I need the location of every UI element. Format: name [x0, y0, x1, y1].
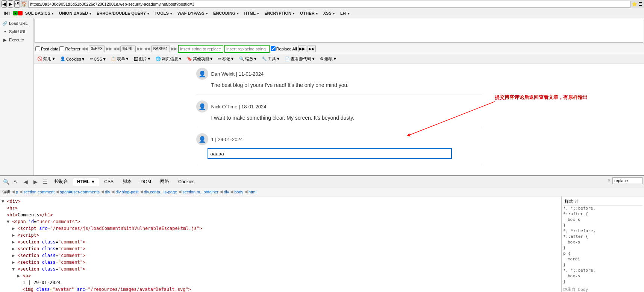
replace-far-right-btn[interactable]: ▶▶: [308, 46, 316, 52]
html-tree-panel: ▼ <div> <hr> <h1>Comments</h1> ▼ <span i…: [0, 196, 561, 292]
breadcrumb-div-conta[interactable]: div.conta...is-page: [144, 190, 177, 194]
nav-reload-button[interactable]: ↺: [14, 0, 20, 8]
tree-node-section-5[interactable]: ▼ <section class="comment">: [2, 266, 560, 272]
breadcrumb-body[interactable]: body: [234, 190, 243, 194]
cn-css[interactable]: ✏ CSS▼: [88, 56, 109, 62]
avatar-3: 👤: [196, 133, 208, 145]
browser-nav-row: ◀ ▶ ↺ 🏠 ⭐ ☰: [0, 0, 644, 8]
menu-xss[interactable]: XSS: [321, 10, 338, 16]
cn-cookies[interactable]: 👤 Cookies▼: [58, 56, 87, 62]
options-icon: ⚙: [320, 56, 324, 61]
tree-node-section-4[interactable]: ▶ <section class="comment">: [2, 259, 560, 266]
breadcrumb-section-container[interactable]: section.m...ontainer: [182, 190, 218, 194]
breadcrumb-span-user-comments[interactable]: span#user-comments: [60, 190, 100, 194]
menu-other[interactable]: OTHER: [298, 10, 321, 16]
menu-encoding[interactable]: ENCODING: [211, 10, 241, 16]
cn-disable[interactable]: 🚫 禁用▼: [35, 55, 58, 62]
cn-page-info[interactable]: 🌐 网页信息▼: [154, 55, 184, 62]
main-content-area: Post data Referrer ◀◀ 0xHEX ▶▶ ◀◀ %URL ▶…: [34, 18, 644, 175]
url-input-field[interactable]: [35, 20, 643, 42]
tree-node-section-3[interactable]: ▶ <section class="comment">: [2, 252, 560, 259]
styles-label: 样式: [565, 199, 573, 204]
style-rule-4: }: [563, 222, 642, 228]
devtools-search-input[interactable]: [612, 177, 642, 184]
breadcrumb-div2[interactable]: div: [224, 190, 229, 194]
tree-node-section-1[interactable]: ▶ <section class="comment">: [2, 239, 560, 245]
devtools-tab-html[interactable]: HTML ▼: [73, 178, 99, 186]
menu-union-based[interactable]: UNION BASED: [57, 10, 94, 16]
insert-replacing-input[interactable]: [224, 45, 270, 53]
tree-node-script[interactable]: ▶ <script>: [2, 232, 560, 239]
nav-back-button[interactable]: ◀: [2, 0, 7, 8]
tree-node-p-date[interactable]: ▶ <p>: [2, 272, 560, 279]
hex-button[interactable]: 0xHEX: [89, 46, 105, 52]
tree-node-h1[interactable]: <h1>Comments</h1>: [2, 211, 560, 218]
devtools-tab-script[interactable]: 脚本: [118, 177, 136, 186]
comment-input[interactable]: [208, 148, 452, 159]
main-toolbar: INT ▪ SQL BASICS UNION BASED ERROR/DOUBL…: [0, 8, 644, 18]
devtools-forward-button[interactable]: ▶: [31, 177, 40, 186]
tree-node-section-2[interactable]: ▶ <section class="comment">: [2, 245, 560, 252]
breadcrumb-div-blog-post[interactable]: div.blog-post: [115, 190, 139, 194]
cn-tools[interactable]: 🔧 工具▼: [260, 55, 282, 62]
menu-encryption[interactable]: ENCRYPTION: [262, 10, 297, 16]
referrer-checkbox[interactable]: [59, 46, 64, 51]
url-arrows-left: ◀◀: [113, 46, 119, 51]
tree-node-div[interactable]: ▼ <div>: [2, 198, 560, 205]
devtools-back-button[interactable]: ◀: [21, 177, 30, 186]
menu-sql-basics[interactable]: SQL BASICS: [23, 10, 56, 16]
menu-waf-bypass[interactable]: WAF BYPASS: [175, 10, 211, 16]
style-rule-margin: margi: [563, 256, 642, 262]
cn-images[interactable]: 🖼 图片▼: [132, 55, 153, 62]
tree-node-hr[interactable]: <hr>: [2, 205, 560, 211]
breadcrumb-div[interactable]: div: [105, 190, 110, 194]
nav-forward-button[interactable]: ▶: [8, 0, 13, 8]
style-rule-8: }: [563, 245, 642, 251]
split-url-label: Split URL: [9, 29, 26, 34]
menu-lfi[interactable]: LFI: [338, 10, 353, 16]
load-url-button[interactable]: 🔗 Load URL: [1, 20, 33, 27]
menu-error-double[interactable]: ERROR/DOUBLE QUERY: [94, 10, 152, 16]
replace-all-checkbox[interactable]: Replace All: [271, 46, 297, 51]
cn-forms[interactable]: 📋 表单▼: [109, 55, 131, 62]
split-url-button[interactable]: ✂ Split URL: [1, 28, 33, 35]
style-rule-7: box-s: [563, 239, 642, 245]
url-button[interactable]: %URL: [120, 46, 136, 52]
execute-button[interactable]: ▶ Execute: [1, 36, 33, 44]
cn-view-source[interactable]: 📄 查看源代码▼: [283, 55, 317, 62]
devtools-list-button[interactable]: ☰: [41, 177, 50, 186]
devtools-cursor-button[interactable]: ↖: [11, 177, 20, 186]
replace-right-btn[interactable]: ▶▶: [298, 46, 306, 52]
base64-button[interactable]: BASE64: [151, 46, 170, 52]
insert-string-input[interactable]: [178, 45, 223, 53]
breadcrumb-p[interactable]: p: [16, 190, 18, 194]
tree-node-img[interactable]: <img class="avatar" src="/resources/imag…: [2, 286, 560, 292]
menu-tools[interactable]: TOOLS: [152, 10, 175, 16]
menu-icon[interactable]: ☰: [638, 2, 642, 7]
tree-node-span-user-comments[interactable]: ▼ <span id="user-comments">: [2, 218, 560, 225]
devtools-tab-console[interactable]: 控制台: [50, 177, 72, 186]
devtools-search-area: ✕: [606, 177, 642, 184]
devtools-inspect-button[interactable]: 🔍: [2, 177, 11, 186]
breadcrumb-html[interactable]: html: [249, 190, 256, 194]
url-bar[interactable]: [28, 1, 630, 8]
devtools-tab-css[interactable]: CSS: [100, 178, 118, 186]
breadcrumb-section-comment[interactable]: section.comment: [23, 190, 55, 194]
menu-html[interactable]: HTML: [242, 10, 262, 16]
cn-mark[interactable]: ✏ 标记▼: [216, 55, 236, 62]
post-data-checkbox-label[interactable]: Post data: [35, 46, 58, 51]
cn-tools-icon: 🔧: [262, 56, 267, 61]
menu-int[interactable]: INT: [2, 10, 13, 16]
devtools-tab-dom[interactable]: DOM: [136, 178, 155, 186]
post-data-checkbox[interactable]: [35, 46, 40, 51]
cn-zoom[interactable]: 🔍 缩放▼: [237, 55, 259, 62]
tree-node-script-src[interactable]: ▶ <script src="/resources/js/loadComment…: [2, 225, 560, 232]
cn-options[interactable]: ⚙ 选项▼: [318, 55, 339, 62]
style-rule-close: }: [563, 262, 642, 268]
referrer-checkbox-label[interactable]: Referrer: [59, 46, 80, 51]
bookmark-icon[interactable]: ⭐: [632, 2, 637, 7]
cn-other-func[interactable]: 🔖 其他功能▼: [185, 55, 215, 62]
devtools-tab-cookies[interactable]: Cookies: [174, 178, 199, 186]
devtools-tab-network[interactable]: 网络: [156, 177, 173, 186]
devtools-search-close[interactable]: ✕: [606, 178, 612, 183]
